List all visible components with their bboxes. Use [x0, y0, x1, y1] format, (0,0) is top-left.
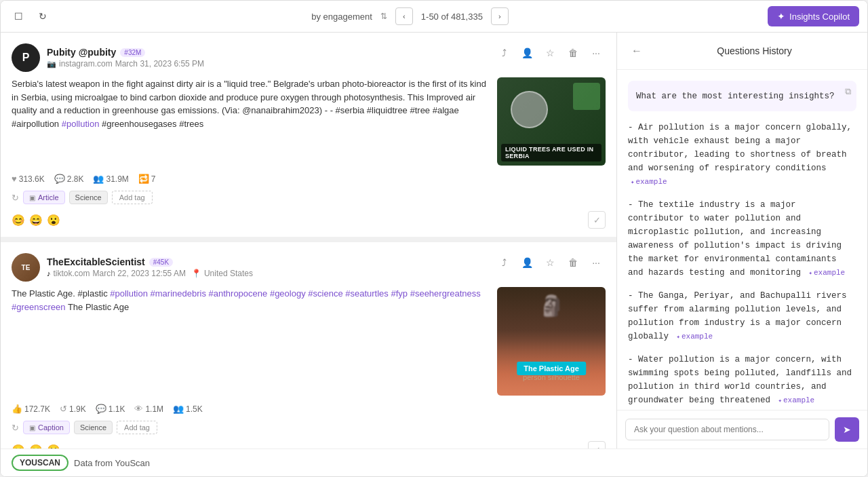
toolbar-left: ☐ ↻ — [9, 7, 52, 26]
tag-science[interactable]: Science — [74, 421, 113, 434]
prev-page-button[interactable]: ‹ — [395, 7, 413, 25]
shares-stat: 🔁 7 — [138, 174, 156, 184]
add-tag-button[interactable]: Add tag — [112, 191, 153, 204]
share-button[interactable]: ⤴ — [494, 43, 513, 62]
reaction-smile1[interactable]: 😊 — [12, 444, 25, 449]
trash-button[interactable]: 🗑 — [564, 43, 583, 62]
tag-caption[interactable]: ▣ Caption — [23, 421, 70, 434]
more-button[interactable]: ··· — [587, 43, 606, 62]
add-tag-button[interactable]: Add tag — [117, 421, 157, 434]
repost-icon: ↺ — [60, 404, 67, 414]
reach-count: 1.5K — [186, 404, 203, 414]
answer-block: - Air pollution is a major concern globa… — [628, 121, 856, 411]
star-button[interactable]: ☆ — [540, 43, 559, 62]
question-block: What are the most interesting insights? … — [628, 81, 856, 111]
likes-stat: 👍 172.7K — [12, 404, 50, 414]
tag-caption-label: Caption — [38, 423, 64, 432]
reaction-smile3[interactable]: 😮 — [47, 214, 60, 227]
refresh-button[interactable]: ↻ — [33, 7, 52, 26]
back-button[interactable]: ← — [628, 42, 646, 60]
footer: YOUSCAN Data from YouScan — [1, 449, 867, 476]
person-button[interactable]: 👤 — [517, 43, 536, 62]
reach-stat: 👥 31.9M — [93, 174, 128, 184]
copilot-header: ← Questions History — [617, 33, 867, 70]
tag-article[interactable]: ▣ Article — [23, 191, 65, 204]
reach-count: 31.9M — [106, 174, 128, 184]
platform-label: tiktok.com — [54, 269, 90, 278]
author-name: TheExcitableScientist #45K — [47, 256, 253, 267]
reaction-smile1[interactable]: 😊 — [12, 214, 25, 227]
post-actions: ⤴ 👤 ☆ 🗑 ··· — [494, 253, 606, 272]
post-reactions: 😊 😄 😮 ✓ — [12, 441, 606, 449]
star-button[interactable]: ☆ — [540, 253, 559, 272]
post-text: The Plastic Age. #plastic #pollution #ma… — [12, 287, 489, 396]
answer-text-4: - Water pollution is a major concern, wi… — [628, 355, 852, 405]
answer-item-4: - Water pollution is a major concern, wi… — [628, 353, 856, 407]
next-page-button[interactable]: › — [491, 7, 509, 25]
comment-icon: 💬 — [54, 174, 65, 184]
tiktok-icon: ♪ — [47, 269, 51, 278]
post-reactions: 😊 😄 😮 ✓ — [12, 211, 606, 229]
views-stat: 👁 1.1M — [134, 404, 163, 414]
views-count: 1.1M — [145, 404, 163, 414]
answer-item-3: - The Ganga, Periyar, and Bachupalli riv… — [628, 289, 856, 343]
post-body: The Plastic Age. #plastic #pollution #ma… — [12, 287, 606, 396]
reaction-smile2[interactable]: 😄 — [29, 444, 43, 449]
repost-stat: ↺ 1.9K — [60, 404, 86, 414]
image-circle — [511, 91, 548, 128]
share-button[interactable]: ⤴ — [494, 253, 513, 272]
post-image: 🗿 person silhouette The Plastic Age — [497, 287, 606, 396]
example-link-3[interactable]: example — [677, 331, 713, 343]
repost-count: 1.9K — [69, 404, 86, 414]
post-stats: ♥ 313.6K 💬 2.8K 👥 31.9M 🔁 7 — [12, 174, 606, 184]
copilot-input-area: ➤ — [617, 410, 867, 449]
reaction-smile3[interactable]: 😮 — [47, 444, 60, 449]
logo-badge: YOUSCAN — [12, 455, 68, 471]
checkmark-button[interactable]: ✓ — [588, 441, 606, 449]
tag-refresh-icon[interactable]: ↻ — [12, 423, 19, 433]
copilot-body: What are the most interesting insights? … — [617, 70, 867, 410]
tag-refresh-icon[interactable]: ↻ — [12, 193, 19, 203]
likes-count: 172.7K — [24, 404, 50, 414]
trash-button[interactable]: 🗑 — [564, 253, 583, 272]
platform-label: instagram.com — [59, 59, 113, 69]
image-caption: LIQUID TREES ARE USED IN SERBIA — [501, 144, 601, 161]
answer-text-3: - The Ganga, Periyar, and Bachupalli riv… — [628, 291, 847, 341]
author-info: Pubity @pubity #32M 📷 instagram.com Marc… — [47, 47, 204, 69]
copilot-panel: ← Questions History What are the most in… — [616, 33, 867, 449]
post-stats: 👍 172.7K ↺ 1.9K 💬 1.1K 👁 1.1M — [12, 404, 606, 414]
author-section: TE TheExcitableScientist #45K ♪ tiktok.c… — [12, 253, 253, 282]
copilot-input[interactable] — [625, 419, 829, 440]
checkmark-button[interactable]: ✓ — [588, 211, 606, 229]
answer-text-2: - The textile industry is a major contri… — [628, 200, 842, 278]
example-link-2[interactable]: example — [809, 267, 846, 280]
insights-copilot-button[interactable]: ✦ Insights Copilot — [768, 6, 859, 26]
post-header: TE TheExcitableScientist #45K ♪ tiktok.c… — [12, 253, 606, 282]
reaction-smile2[interactable]: 😄 — [29, 214, 43, 227]
app-container: ☐ ↻ by engagement ⇅ ‹ 1-50 of 481,335 › … — [0, 0, 868, 477]
post-tags: ↻ ▣ Caption Science Add tag — [12, 421, 606, 434]
person-button[interactable]: 👤 — [517, 253, 536, 272]
tag-science[interactable]: Science — [69, 191, 108, 204]
pin-icon: 📍 — [191, 269, 201, 278]
youscan-logo: YOUSCAN — [12, 455, 68, 471]
example-link-1[interactable]: example — [631, 176, 667, 189]
example-link-4[interactable]: example — [778, 395, 815, 407]
question-text: What are the most interesting insights? — [636, 92, 835, 101]
toolbar: ☐ ↻ by engagement ⇅ ‹ 1-50 of 481,335 › … — [1, 1, 867, 33]
copilot-btn-label: Insights Copilot — [789, 12, 850, 22]
comments-stat: 💬 1.1K — [96, 404, 125, 414]
follower-badge: #32M — [120, 48, 145, 57]
feed-panel: P Pubity @pubity #32M 📷 instagram.com Ma… — [1, 33, 616, 449]
checkbox-button[interactable]: ☐ — [9, 7, 28, 26]
heart-icon: ♥ — [12, 174, 17, 184]
copy-button[interactable]: ⧉ — [845, 86, 851, 97]
answer-text-1: - Air pollution is a major concern globa… — [628, 123, 852, 173]
more-button[interactable]: ··· — [587, 253, 606, 272]
post-body: Serbia's latest weapon in the fight agai… — [12, 77, 606, 166]
sparkle-icon: ✦ — [777, 11, 785, 22]
post-card: P Pubity @pubity #32M 📷 instagram.com Ma… — [1, 33, 616, 242]
post-meta: 📷 instagram.com March 31, 2023 6:55 PM — [47, 59, 204, 69]
post-image: LIQUID TREES ARE USED IN SERBIA — [497, 77, 606, 166]
send-button[interactable]: ➤ — [835, 417, 859, 442]
